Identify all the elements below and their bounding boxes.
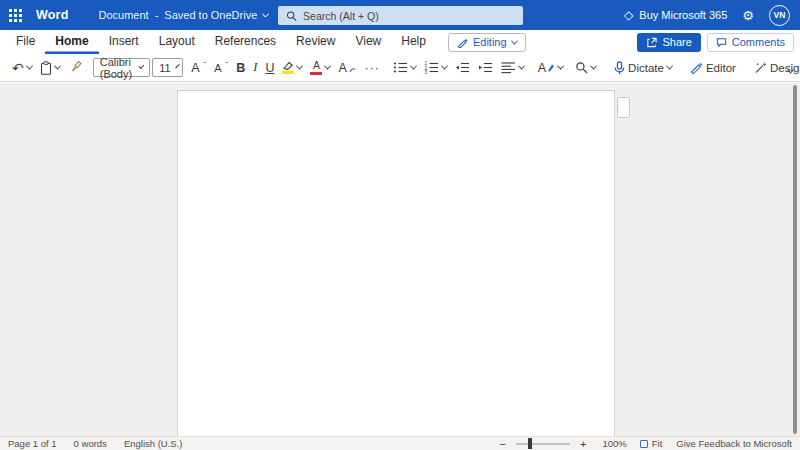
format-painter-button[interactable] bbox=[64, 57, 87, 79]
grow-font-icon: A bbox=[191, 61, 199, 75]
zoom-slider-handle[interactable] bbox=[528, 438, 532, 449]
increase-indent-button[interactable] bbox=[474, 57, 497, 79]
statusbar-left: Page 1 of 1 0 words English (U.S.) bbox=[8, 438, 182, 449]
paste-button[interactable] bbox=[36, 57, 64, 79]
bold-button[interactable]: B bbox=[232, 57, 249, 79]
app-name: Word bbox=[36, 8, 69, 22]
statusbar-right: − + 100% Fit Give Feedback to Microsoft bbox=[496, 438, 792, 450]
chevron-down-icon bbox=[441, 63, 448, 70]
tab-view[interactable]: View bbox=[345, 30, 391, 54]
zoom-in-button[interactable]: + bbox=[576, 438, 590, 450]
find-icon bbox=[575, 61, 588, 74]
share-icon bbox=[646, 37, 657, 48]
page-margin-tab[interactable] bbox=[617, 97, 630, 118]
buy-microsoft-365-button[interactable]: ◇ Buy Microsoft 365 bbox=[624, 9, 727, 21]
pencil-icon bbox=[457, 37, 468, 48]
document-title[interactable]: Document - Saved to OneDrive bbox=[99, 9, 269, 21]
styles-icon: A bbox=[538, 61, 546, 75]
titlebar-right: ◇ Buy Microsoft 365 ⚙ VN bbox=[624, 0, 790, 30]
app-launcher-button[interactable] bbox=[0, 0, 30, 30]
chevron-down-icon bbox=[666, 63, 673, 70]
italic-button[interactable]: I bbox=[249, 57, 261, 79]
font-color-button[interactable]: A bbox=[306, 57, 334, 79]
decrease-indent-icon bbox=[455, 61, 470, 74]
word-count[interactable]: 0 words bbox=[74, 438, 107, 449]
font-size-value: 11 bbox=[159, 62, 170, 74]
numbered-list-button[interactable]: 123 bbox=[420, 57, 451, 79]
tab-layout[interactable]: Layout bbox=[149, 30, 205, 54]
alignment-button[interactable] bbox=[497, 57, 528, 79]
grow-mark: ˆ bbox=[203, 60, 206, 69]
styles-pen-icon bbox=[547, 63, 555, 72]
zoom-slider[interactable] bbox=[516, 443, 570, 445]
language[interactable]: English (U.S.) bbox=[124, 438, 183, 449]
microphone-icon bbox=[614, 61, 625, 75]
tab-file[interactable]: File bbox=[6, 30, 45, 54]
fit-to-page-button[interactable]: Fit bbox=[640, 438, 663, 449]
settings-gear-icon[interactable]: ⚙ bbox=[742, 8, 754, 23]
document-page[interactable] bbox=[177, 90, 615, 438]
editor-label: Editor bbox=[706, 62, 736, 74]
chevron-down-icon bbox=[26, 63, 33, 70]
bold-icon: B bbox=[236, 61, 245, 75]
save-status: Saved to OneDrive bbox=[164, 9, 257, 21]
waffle-icon bbox=[9, 9, 22, 22]
designer-button[interactable]: Designer bbox=[750, 57, 800, 79]
shrink-font-button[interactable]: A ˇ bbox=[210, 57, 232, 79]
format-painter-icon bbox=[68, 60, 83, 75]
tab-references[interactable]: References bbox=[205, 30, 286, 54]
statusbar: Page 1 of 1 0 words English (U.S.) − + 1… bbox=[0, 436, 800, 450]
styles-button[interactable]: A bbox=[534, 57, 567, 79]
italic-icon: I bbox=[253, 60, 257, 75]
undo-button[interactable]: ↶ bbox=[8, 57, 36, 79]
chevron-down-icon bbox=[410, 63, 417, 70]
editor-button[interactable]: Editor bbox=[686, 57, 740, 79]
highlight-color-button[interactable] bbox=[278, 57, 306, 79]
menubar-right: Share Comments bbox=[637, 33, 794, 52]
grow-font-button[interactable]: A ˆ bbox=[187, 57, 210, 79]
feedback-link[interactable]: Give Feedback to Microsoft bbox=[676, 438, 792, 449]
editing-mode-button[interactable]: Editing bbox=[448, 33, 526, 52]
share-button[interactable]: Share bbox=[637, 33, 700, 52]
increase-indent-icon bbox=[478, 61, 493, 74]
underline-button[interactable]: U bbox=[261, 57, 278, 79]
tab-insert[interactable]: Insert bbox=[99, 30, 149, 54]
page-count[interactable]: Page 1 of 1 bbox=[8, 438, 57, 449]
diamond-icon: ◇ bbox=[624, 9, 633, 21]
comments-button[interactable]: Comments bbox=[707, 33, 794, 52]
search-input[interactable] bbox=[303, 10, 515, 22]
decrease-indent-button[interactable] bbox=[451, 57, 474, 79]
editing-label: Editing bbox=[473, 36, 507, 48]
shrink-mark: ˇ bbox=[226, 60, 229, 69]
highlighter-icon bbox=[282, 61, 294, 74]
text-effects-accent-icon bbox=[349, 66, 356, 74]
search-box[interactable] bbox=[278, 6, 523, 25]
tab-review[interactable]: Review bbox=[286, 30, 345, 54]
editor-pen-icon bbox=[690, 61, 703, 74]
more-font-options-button[interactable]: ··· bbox=[360, 61, 385, 75]
document-canvas bbox=[0, 83, 800, 436]
menubar: File Home Insert Layout References Revie… bbox=[0, 30, 800, 54]
font-name-select[interactable]: Calibri (Body) bbox=[93, 58, 150, 77]
chevron-down-icon bbox=[590, 63, 597, 70]
zoom-level[interactable]: 100% bbox=[602, 438, 626, 449]
chevron-down-icon bbox=[296, 63, 303, 70]
clipboard-icon bbox=[40, 61, 52, 75]
zoom-out-button[interactable]: − bbox=[496, 438, 510, 450]
tab-help[interactable]: Help bbox=[391, 30, 436, 54]
vertical-scrollbar[interactable] bbox=[793, 85, 797, 434]
find-button[interactable] bbox=[571, 57, 600, 79]
fit-label: Fit bbox=[652, 438, 663, 449]
chevron-down-icon bbox=[324, 63, 331, 70]
dictate-button[interactable]: Dictate bbox=[610, 57, 676, 79]
font-size-select[interactable]: 11 bbox=[152, 58, 183, 77]
search-icon bbox=[286, 10, 297, 22]
chevron-down-icon bbox=[511, 37, 518, 44]
share-label: Share bbox=[662, 36, 691, 48]
tab-home[interactable]: Home bbox=[45, 30, 98, 54]
text-effects-button[interactable]: A bbox=[334, 57, 359, 79]
comments-label: Comments bbox=[732, 36, 785, 48]
account-avatar[interactable]: VN bbox=[769, 5, 790, 26]
chevron-down-icon[interactable] bbox=[262, 10, 269, 17]
bullet-list-button[interactable] bbox=[389, 57, 420, 79]
